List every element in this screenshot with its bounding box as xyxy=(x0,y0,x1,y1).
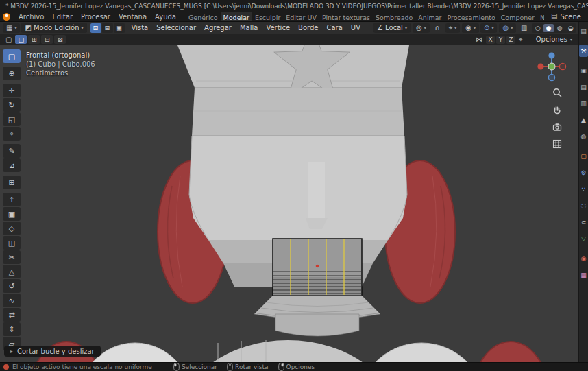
menu-ayuda[interactable]: Ayuda xyxy=(151,13,180,21)
blender-logo-icon[interactable] xyxy=(3,13,10,21)
properties-tab-tool[interactable]: ⚒ xyxy=(579,45,588,57)
workspace-tab-modelar[interactable]: Modelar xyxy=(221,12,252,21)
properties-tab-output[interactable]: ▤ xyxy=(579,81,588,93)
workspace-tab-sombreado[interactable]: Sombreado xyxy=(373,12,415,21)
properties-tab-view-layer[interactable]: ▥ xyxy=(579,97,588,110)
workspace-tab-procesamiento[interactable]: Procesamiento xyxy=(445,12,498,21)
tool-shrink-fatten-button[interactable]: ⇕ xyxy=(3,322,21,336)
tool-edge-slide-button[interactable]: ⇄ xyxy=(3,308,21,322)
tool-add-cube-button[interactable]: ⊞ xyxy=(3,176,21,189)
shading-wireframe-button[interactable]: ○ xyxy=(532,24,543,32)
header-menu-malla[interactable]: Malla xyxy=(236,24,261,32)
scene-selector[interactable]: ▤ Scene xyxy=(544,13,588,21)
tool-scale-button[interactable]: ◱ xyxy=(3,112,21,126)
mirror-y-toggle[interactable]: Y xyxy=(496,36,505,44)
camera-view-button[interactable] xyxy=(551,121,563,133)
mode-selector[interactable]: ◩ Modo Edición ▾ xyxy=(21,23,86,33)
tool-inset-faces-button[interactable]: ▣ xyxy=(3,207,21,221)
tool-annotate-button[interactable]: ✎ xyxy=(3,144,21,158)
loop-cut-center-dot xyxy=(316,265,319,268)
chevron-down-icon: ▾ xyxy=(511,26,513,30)
header-menu-seleccionar[interactable]: Seleccionar xyxy=(153,24,199,32)
menu-editar[interactable]: Editar xyxy=(48,13,77,21)
tool-extrude-region-button[interactable]: ↥ xyxy=(3,193,21,206)
tool-select-box-button[interactable]: ▢ xyxy=(3,49,21,63)
select-extend-button[interactable]: ⊞ xyxy=(28,35,40,44)
viewport-3d-scene[interactable] xyxy=(0,45,578,362)
transform-orientation-selector[interactable]: ∠ Local ▾ xyxy=(373,23,411,33)
pan-button[interactable] xyxy=(551,104,563,116)
properties-tab-material[interactable]: ◉ xyxy=(579,252,588,265)
workspace-tab-editar-uv[interactable]: Editar UV xyxy=(283,12,319,21)
properties-tab-particles[interactable]: ∵ xyxy=(579,183,588,195)
shading-solid-button[interactable]: ● xyxy=(543,24,554,32)
show-gizmo-dropdown[interactable]: ⊙ ▾ xyxy=(480,23,497,33)
tool-bevel-button[interactable]: ◇ xyxy=(3,222,21,235)
tool-cursor-button[interactable]: ⊕ xyxy=(3,67,21,80)
tool-measure-button[interactable]: ⊿ xyxy=(3,158,21,172)
tool-spin-button[interactable]: ↺ xyxy=(3,279,21,293)
workspace-tab-animar[interactable]: Animar xyxy=(415,12,444,21)
select-subtract-button[interactable]: ⊟ xyxy=(41,35,53,44)
tool-poly-build-button[interactable]: △ xyxy=(3,265,21,278)
tool-rotate-button[interactable]: ↻ xyxy=(3,98,21,112)
properties-tab-render[interactable]: ▣ xyxy=(579,64,588,77)
header-menu-uv[interactable]: UV xyxy=(347,24,364,32)
shading-rendered-button[interactable]: ◒ xyxy=(565,24,576,32)
mirror-z-toggle[interactable]: Z xyxy=(506,36,515,44)
select-intersect-button[interactable]: ⊠ xyxy=(54,35,66,44)
properties-tab-world[interactable]: ◍ xyxy=(579,130,588,143)
properties-tab-object-data[interactable]: ▽ xyxy=(579,232,588,245)
loop-cut-box[interactable] xyxy=(273,239,362,296)
zoom-button[interactable] xyxy=(551,86,563,99)
mirror-x-toggle[interactable]: X xyxy=(486,36,495,44)
overlays-dropdown[interactable]: ◍ ▾ xyxy=(499,23,516,33)
xray-toggle-button: ▥ xyxy=(518,23,530,33)
properties-tab-physics[interactable]: ◌ xyxy=(579,200,588,212)
window-title: * M3DV 2026-15_Jennifer Lopez Vanegas_CA… xyxy=(5,3,588,10)
workspace-tab-esculpir[interactable]: Esculpir xyxy=(252,12,283,21)
chevron-down-icon: ▾ xyxy=(454,26,456,30)
workspace-tab-componer[interactable]: Componer xyxy=(498,12,537,21)
snap-settings-selector[interactable]: ⌖ ▾ xyxy=(445,23,461,33)
grid-toggle-button[interactable] xyxy=(551,138,563,150)
workspace-tab-pintar-texturas[interactable]: Pintar texturas xyxy=(319,12,373,21)
tool-loop-cut-button[interactable]: ◫ xyxy=(3,236,21,250)
operator-panel[interactable]: ▸ Cortar bucle y deslizar xyxy=(4,346,101,357)
properties-tab-texture[interactable]: ▦ xyxy=(579,269,588,281)
menu-archivo[interactable]: Archivo xyxy=(14,13,48,21)
menu-ventana[interactable]: Ventana xyxy=(114,13,151,21)
select-mode-face-button[interactable]: ▣ xyxy=(114,23,125,33)
select-mode-edge-button[interactable]: ⊟ xyxy=(102,23,113,33)
workspace-tab-nodos-de-geometria[interactable]: Nodos de geometría xyxy=(537,12,544,21)
pivot-point-selector[interactable]: ◎ ▾ xyxy=(413,23,430,33)
edit-mode-icon: ◩ xyxy=(25,25,31,32)
header-menu-vertice[interactable]: Vértice xyxy=(262,24,293,32)
header-menu-borde[interactable]: Borde xyxy=(295,24,321,32)
properties-tab-modifiers[interactable]: ⚙ xyxy=(579,167,588,179)
header-menu-agregar[interactable]: Agregar xyxy=(201,24,235,32)
properties-tab-scene[interactable]: ▲ xyxy=(579,114,588,126)
header-menu-cara[interactable]: Cara xyxy=(323,24,345,32)
tool-move-button[interactable]: ✛ xyxy=(3,84,21,97)
menu-procesar[interactable]: Procesar xyxy=(77,13,114,21)
mode-label: Modo Edición xyxy=(34,24,79,32)
navigation-gizmo[interactable] xyxy=(536,51,567,82)
properties-tab-object[interactable]: ▢ xyxy=(579,150,588,163)
tool-transform-button[interactable]: ⌖ xyxy=(3,127,21,141)
shading-material-button[interactable]: ◍ xyxy=(554,24,565,32)
header-menu-vista[interactable]: Vista xyxy=(128,24,152,32)
tool-knife-button[interactable]: ✂ xyxy=(3,250,21,264)
options-dropdown[interactable]: Opciones ▾ xyxy=(533,35,575,44)
properties-tab-constraints[interactable]: ⊂ xyxy=(579,216,588,228)
select-new-button[interactable]: ▢ xyxy=(15,35,27,44)
viewport-info-overlay: Frontal (ortogonal) (1) Cubo | Cubo.006 … xyxy=(26,51,95,77)
viewport-3d[interactable]: ▢ ⊕ ✛ ↻ ◱ ⌖ ✎ ⊿ ⊞ ↥ ▣ ◇ ◫ ✂ △ ↺ ∿ ⇄ ⇕ ▱ xyxy=(0,45,578,362)
select-mode-vertex-button[interactable]: ⊡ xyxy=(90,23,101,33)
tool-smooth-button[interactable]: ∿ xyxy=(3,294,21,307)
editor-type-selector[interactable]: ▦ ▾ xyxy=(3,23,20,33)
proportional-edit-selector[interactable]: ◉ ▾ xyxy=(462,23,479,33)
properties-editor-type-button[interactable]: ▤ xyxy=(579,25,588,37)
snap-magnet-button[interactable]: ∩ xyxy=(432,23,443,33)
workspace-tab-generico[interactable]: Genérico xyxy=(186,12,221,21)
